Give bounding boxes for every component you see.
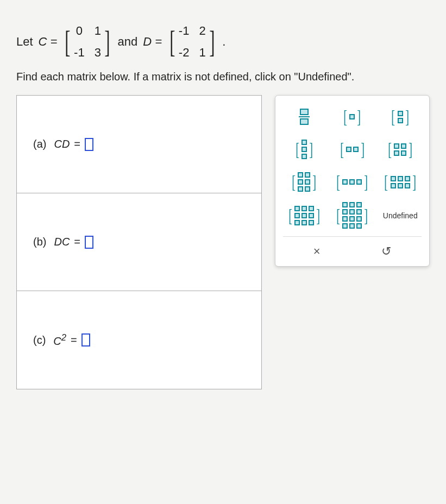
part-b-expr: DC bbox=[54, 236, 70, 248]
matrix-3x3-icon[interactable]: [] bbox=[287, 203, 322, 228]
fraction-icon[interactable] bbox=[288, 104, 321, 129]
let-text: Let bbox=[16, 35, 33, 49]
part-b: (b) DC = bbox=[17, 193, 261, 291]
close-icon[interactable]: × bbox=[303, 242, 331, 261]
part-a-expr: CD bbox=[54, 138, 70, 150]
matrix-3x2-icon[interactable]: [] bbox=[288, 169, 321, 194]
answer-input-c[interactable] bbox=[81, 333, 90, 346]
matrix-2x2-icon[interactable]: [] bbox=[384, 137, 417, 162]
part-b-label: (b) bbox=[33, 236, 46, 248]
c-equals: C = bbox=[39, 35, 58, 49]
input-palette: [] [] [] [] [] [] [] [] bbox=[275, 95, 430, 267]
d-equals: D = bbox=[143, 35, 162, 49]
equals-sign: = bbox=[71, 334, 77, 346]
equals-sign: = bbox=[74, 236, 80, 248]
answer-input-a[interactable] bbox=[85, 138, 93, 151]
period: . bbox=[222, 35, 225, 49]
part-c: (c) C2 = bbox=[17, 291, 261, 389]
matrix-3x1-icon[interactable]: [] bbox=[288, 137, 321, 162]
matrix-1x3-icon[interactable]: [] bbox=[335, 169, 369, 194]
matrix-1x2-icon[interactable]: [] bbox=[336, 137, 368, 162]
instruction-text: Find each matrix below. If a matrix is n… bbox=[16, 71, 430, 83]
part-c-label: (c) bbox=[33, 334, 46, 346]
part-a-label: (a) bbox=[33, 138, 46, 150]
matrix-2x3-icon[interactable]: [] bbox=[383, 169, 417, 194]
matrix-4x3-icon[interactable]: [] bbox=[335, 202, 369, 229]
matrix-c: [ 01 -13 ] bbox=[62, 22, 112, 62]
and-text: and bbox=[118, 35, 138, 49]
matrix-d: [ -12 -21 ] bbox=[167, 22, 217, 62]
matrix-1x1-icon[interactable]: [] bbox=[336, 104, 368, 129]
answer-panel: (a) CD = (b) DC = (c) C2 = bbox=[16, 95, 262, 389]
part-a: (a) CD = bbox=[17, 96, 261, 193]
problem-definition: Let C = [ 01 -13 ] and D = [ -12 -21 ] . bbox=[16, 22, 430, 62]
matrix-2x1-icon[interactable]: [] bbox=[384, 104, 417, 129]
part-c-expr: C2 bbox=[53, 332, 66, 348]
undefined-button[interactable]: Undefined bbox=[383, 203, 418, 228]
equals-sign: = bbox=[74, 138, 80, 150]
answer-input-b[interactable] bbox=[85, 236, 93, 249]
reset-icon[interactable]: ↺ bbox=[370, 242, 402, 261]
